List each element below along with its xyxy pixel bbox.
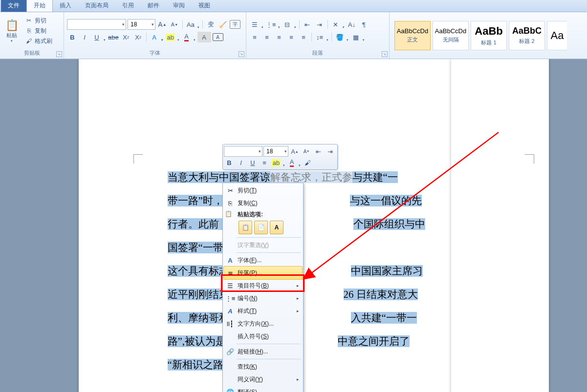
- change-case-button[interactable]: Aa: [185, 19, 200, 30]
- subscript-button[interactable]: X2: [121, 32, 131, 42]
- text-effects-button[interactable]: A: [149, 32, 164, 42]
- ctx-insert-symbol[interactable]: 插入符号(S): [224, 330, 302, 343]
- show-marks-button[interactable]: ¶: [359, 19, 370, 30]
- paste-button[interactable]: 📋 粘贴 ▾: [3, 16, 21, 45]
- tab-page-layout[interactable]: 页面布局: [78, 0, 115, 12]
- phonetic-guide-button[interactable]: 变: [205, 19, 216, 30]
- tab-insert[interactable]: 插入: [53, 0, 78, 12]
- strikethrough-button[interactable]: abe: [108, 32, 119, 42]
- ctx-styles[interactable]: A样式(T)▸: [224, 305, 302, 317]
- sort-button[interactable]: A↓: [347, 19, 357, 30]
- style-normal[interactable]: AaBbCcDd 正文: [394, 21, 431, 50]
- align-left-button[interactable]: ≡: [249, 32, 260, 42]
- bullets-button[interactable]: ☰: [249, 19, 264, 30]
- numbering-button[interactable]: ⋮≡: [265, 19, 281, 30]
- shrink-font-button[interactable]: A▼: [169, 19, 180, 30]
- line-spacing-button[interactable]: ↕≡: [314, 32, 329, 42]
- ctx-copy[interactable]: ⎘复制(C): [224, 197, 302, 209]
- format-painter-button[interactable]: 🖌格式刷: [23, 37, 54, 46]
- ctx-font[interactable]: A字体(F)...: [224, 254, 302, 267]
- document-workspace: 当意大利与中国签署谅解备忘求，正式参与共建“一 带一路”时，它成为七与这一倡议的…: [0, 59, 587, 392]
- ctx-find[interactable]: 查找(K): [224, 360, 302, 373]
- ribbon: 📋 粘贴 ▾ ✂剪切 ⎘复制 🖌格式刷 剪贴板 ↘ 18 A▲ A▼ Aa: [0, 12, 587, 59]
- bold-button[interactable]: B: [67, 32, 78, 42]
- menu-tabs: 文件 开始 插入 页面布局 引用 邮件 审阅 视图: [0, 0, 587, 12]
- context-menu: ✂剪切(T) ⎘复制(C) 📋粘贴选项: 📋 📄 A 汉字重选(V) A字体(F…: [222, 183, 304, 392]
- scissors-icon: ✂: [25, 17, 33, 24]
- font-color-button[interactable]: A: [181, 32, 196, 42]
- mini-font-color[interactable]: A: [286, 157, 301, 168]
- tab-file[interactable]: 文件: [1, 0, 26, 12]
- ctx-hyperlink[interactable]: 🔗超链接(H)...: [224, 345, 302, 358]
- ctx-bullets[interactable]: ☰项目符号(B)▸: [224, 279, 302, 292]
- mini-grow-font[interactable]: A▲: [289, 146, 300, 157]
- ctx-translate[interactable]: 🌐翻译(S): [224, 386, 302, 392]
- cut-button[interactable]: ✂剪切: [23, 16, 54, 25]
- tab-references[interactable]: 引用: [115, 0, 141, 12]
- paste-options-row: 📋 📄 A: [224, 220, 302, 236]
- enclose-characters-button[interactable]: 字: [230, 20, 240, 29]
- ctx-paragraph[interactable]: ≣段落(P)...: [223, 266, 303, 280]
- character-border-button[interactable]: A: [213, 33, 223, 41]
- decrease-indent-button[interactable]: ⇤: [302, 19, 313, 30]
- italic-button[interactable]: I: [79, 32, 90, 42]
- ctx-text-direction[interactable]: ll┇文字方向(X)...: [224, 317, 302, 330]
- margin-corner-tl: [133, 154, 143, 164]
- paragraph-dialog-launcher[interactable]: ↘: [382, 51, 388, 57]
- paragraph-group-label: 段落: [249, 48, 386, 58]
- text-direction-icon: ll┇: [226, 319, 235, 328]
- align-right-button[interactable]: ≡: [274, 32, 284, 42]
- copy-button[interactable]: ⎘复制: [23, 26, 54, 36]
- copy-icon: ⎘: [25, 27, 33, 35]
- clipboard-dialog-launcher[interactable]: ↘: [56, 51, 62, 57]
- character-shading-button[interactable]: A: [197, 32, 211, 42]
- mini-decrease-indent[interactable]: ⇤: [313, 146, 324, 157]
- style-heading2[interactable]: AaBbC 标题 2: [509, 21, 545, 50]
- style-no-spacing[interactable]: AaBbCcDd 无间隔: [433, 21, 469, 50]
- tab-review[interactable]: 审阅: [166, 0, 192, 12]
- mini-increase-indent[interactable]: ⇥: [325, 146, 335, 157]
- document-body-text[interactable]: 当意大利与中国签署谅解备忘求，正式参与共建“一 带一路”时，它成为七与这一倡议的…: [168, 165, 473, 376]
- margin-corner-tr: [525, 154, 534, 164]
- style-icon: A: [226, 307, 235, 315]
- highlight-button[interactable]: ab: [165, 32, 180, 42]
- justify-button[interactable]: ≡: [286, 32, 297, 42]
- mini-center[interactable]: ≡: [259, 157, 270, 168]
- tab-mailings[interactable]: 邮件: [141, 0, 166, 12]
- increase-indent-button[interactable]: ⇥: [314, 19, 325, 30]
- paste-keep-source[interactable]: 📋: [239, 221, 252, 234]
- asian-layout-button[interactable]: ✕: [330, 19, 345, 30]
- borders-button[interactable]: ▦: [350, 32, 365, 42]
- mini-underline[interactable]: U: [247, 157, 258, 168]
- mini-shrink-font[interactable]: A▼: [301, 146, 312, 157]
- style-heading1[interactable]: AaBb 标题 1: [471, 21, 507, 50]
- tab-home[interactable]: 开始: [26, 0, 53, 12]
- mini-format-painter[interactable]: 🖌: [302, 157, 313, 168]
- copy-icon: ⎘: [226, 199, 235, 207]
- mini-italic[interactable]: I: [236, 157, 246, 168]
- tab-view[interactable]: 视图: [192, 0, 217, 12]
- mini-font-size[interactable]: 18: [263, 146, 288, 157]
- font-dialog-launcher[interactable]: ↘: [239, 51, 244, 57]
- ctx-synonyms[interactable]: 同义词(Y)▸: [224, 373, 302, 386]
- font-size-combo[interactable]: 18: [128, 19, 155, 30]
- mini-highlight[interactable]: ab: [271, 157, 285, 168]
- ctx-cut[interactable]: ✂剪切(T): [224, 184, 302, 197]
- shading-button[interactable]: 🪣: [334, 32, 349, 42]
- paste-text-only[interactable]: A: [270, 221, 283, 234]
- grow-font-button[interactable]: A▲: [157, 19, 168, 30]
- distributed-button[interactable]: ≡: [298, 32, 309, 42]
- superscript-button[interactable]: X2: [133, 32, 144, 42]
- multilevel-list-button[interactable]: ⊟: [282, 19, 297, 30]
- clear-formatting-button[interactable]: 🧹: [217, 19, 228, 30]
- align-center-button[interactable]: ≡: [261, 32, 272, 42]
- ctx-numbering[interactable]: ⋮≡编号(N)▸: [224, 292, 302, 305]
- underline-button[interactable]: U: [91, 32, 106, 42]
- mini-toolbar: 18 A▲ A▼ ⇤ ⇥ B I U ≡ ab A 🖌: [222, 144, 338, 170]
- mini-font-family[interactable]: [224, 146, 262, 157]
- paste-merge[interactable]: 📄: [254, 221, 268, 234]
- mini-bold[interactable]: B: [224, 157, 235, 168]
- ctx-hanzi-reselect: 汉字重选(V): [224, 239, 302, 251]
- style-more[interactable]: Aa: [547, 21, 567, 50]
- font-family-combo[interactable]: [67, 19, 126, 30]
